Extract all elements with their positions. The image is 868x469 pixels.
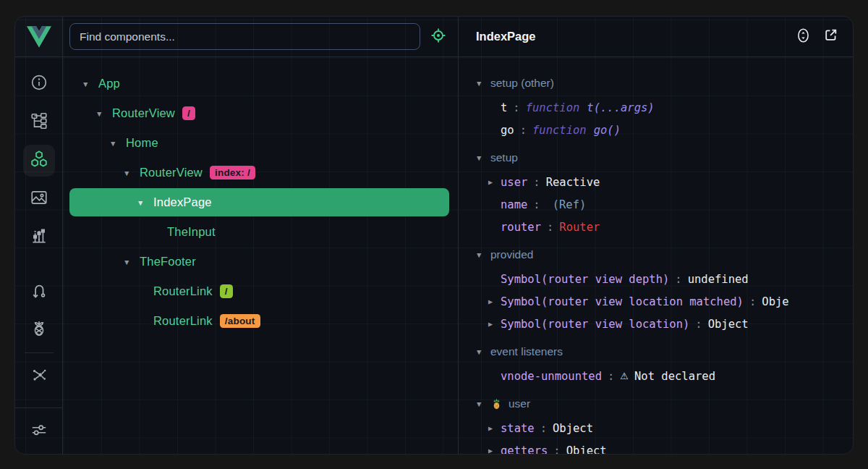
section-label: user xyxy=(509,397,530,410)
sidebar xyxy=(15,17,63,454)
state-key: t xyxy=(501,101,507,114)
chevron-right-icon[interactable]: ▶ xyxy=(488,424,501,432)
expand-all-button[interactable] xyxy=(795,29,811,45)
components-icon xyxy=(29,149,49,172)
section-header[interactable]: ▼ event listeners xyxy=(475,339,853,365)
tree-row-routerview[interactable]: ▼ RouterView / xyxy=(63,98,458,128)
section-header[interactable]: ▼ provided xyxy=(475,242,853,268)
sidebar-item-graph[interactable] xyxy=(25,362,54,391)
section-label: provided xyxy=(490,248,533,261)
vue-logo[interactable] xyxy=(15,17,62,57)
state-row[interactable]: go : function go() xyxy=(475,119,853,141)
tree-row-home[interactable]: ▼ Home xyxy=(63,128,458,158)
state-row[interactable]: vnode-unmounted : ⚠ Not declared xyxy=(475,365,853,387)
tree-row-indexpage-selected[interactable]: ▼ IndexPage xyxy=(69,188,449,216)
chevron-down-icon[interactable]: ▼ xyxy=(475,79,490,88)
chevron-down-icon[interactable]: ▼ xyxy=(475,153,490,162)
search-input[interactable] xyxy=(69,23,420,50)
function-signature: t(...args) xyxy=(587,101,654,114)
state-value: Object xyxy=(708,318,749,331)
sidebar-item-settings[interactable] xyxy=(15,407,62,454)
chevron-down-icon[interactable]: ▼ xyxy=(475,347,490,356)
sidebar-item-pinia[interactable] xyxy=(25,315,54,344)
image-icon xyxy=(30,188,48,210)
state-row[interactable]: ▶ state : Object xyxy=(475,417,853,439)
inspector-header: IndexPage xyxy=(459,17,853,57)
state-row[interactable]: name : (Ref) xyxy=(475,193,853,216)
settings-icon xyxy=(30,421,48,442)
chevron-down-icon[interactable]: ▼ xyxy=(95,109,112,118)
components-panel: ▼ App ▼ RouterView / ▼ Home ▼ RouterView… xyxy=(63,17,458,454)
pinia-pineapple-icon xyxy=(490,397,503,410)
select-component-button[interactable] xyxy=(428,27,448,47)
chevron-down-icon[interactable]: ▼ xyxy=(82,80,98,88)
sidebar-nav xyxy=(15,57,62,407)
state-tree: ▼ setup (other) t : function t(...args) … xyxy=(459,57,853,454)
component-name: Home xyxy=(126,136,158,150)
tree-row-routerlink-about[interactable]: RouterLink /about xyxy=(63,306,458,336)
devtools-window: ▼ App ▼ RouterView / ▼ Home ▼ RouterView… xyxy=(14,16,854,455)
section-event-listeners: ▼ event listeners vnode-unmounted : ⚠ No… xyxy=(475,339,853,387)
tree-row-routerview-index[interactable]: ▼ RouterView index: / xyxy=(63,158,458,187)
colon: : xyxy=(749,295,756,308)
sidebar-item-assets[interactable] xyxy=(25,185,54,214)
state-row[interactable]: Symbol(router view depth) : undefined xyxy=(475,268,853,290)
state-row[interactable]: ▶ getters : Object xyxy=(475,439,853,454)
warning-icon: ⚠ xyxy=(620,371,629,381)
state-key: vnode-unmounted xyxy=(501,370,602,383)
component-name: RouterLink xyxy=(153,314,213,328)
info-icon xyxy=(30,73,48,95)
component-name: RouterView xyxy=(112,106,175,120)
colon: : xyxy=(547,221,553,234)
sidebar-divider xyxy=(25,352,54,353)
chevron-down-icon[interactable]: ▼ xyxy=(475,400,490,408)
sidebar-item-components[interactable] xyxy=(23,145,55,177)
section-label: event listeners xyxy=(490,345,563,358)
section-setup: ▼ setup ▶ user : Reactive name : (Ref) xyxy=(475,145,853,238)
chevron-down-icon[interactable]: ▼ xyxy=(475,250,490,259)
chevron-down-icon[interactable]: ▼ xyxy=(123,169,140,177)
section-setup-other: ▼ setup (other) t : function t(...args) … xyxy=(475,70,853,141)
tree-row-theinput[interactable]: TheInput xyxy=(63,217,458,247)
state-row[interactable]: ▶ user : Reactive xyxy=(475,171,853,193)
open-in-editor-button[interactable] xyxy=(822,29,838,45)
section-header[interactable]: ▼ setup (other) xyxy=(475,70,853,96)
chevron-down-icon[interactable]: ▼ xyxy=(109,139,126,148)
sidebar-item-router[interactable] xyxy=(25,278,54,307)
chevron-right-icon[interactable]: ▶ xyxy=(488,297,501,305)
chevron-down-icon[interactable]: ▼ xyxy=(123,258,140,266)
colon: : xyxy=(513,101,519,114)
state-row[interactable]: t : function t(...args) xyxy=(475,96,853,119)
chevron-down-icon[interactable]: ▼ xyxy=(137,198,153,207)
state-key: user xyxy=(501,176,527,189)
tree-row-routerlink-home[interactable]: RouterLink / xyxy=(63,276,458,306)
colon: : xyxy=(608,370,614,383)
component-tree: ▼ App ▼ RouterView / ▼ Home ▼ RouterView… xyxy=(63,57,458,336)
sidebar-item-pages[interactable] xyxy=(25,108,54,137)
sidebar-item-timeline[interactable] xyxy=(25,223,54,252)
tree-row-app[interactable]: ▼ App xyxy=(63,69,458,98)
colon: : xyxy=(675,273,681,286)
state-row[interactable]: ▶ Symbol(router view location) : Object xyxy=(475,313,853,335)
section-label: setup (other) xyxy=(490,77,554,90)
state-row[interactable]: router : Router xyxy=(475,216,853,238)
chevron-right-icon[interactable]: ▶ xyxy=(488,178,501,186)
state-key: Symbol(router view depth) xyxy=(501,273,669,286)
colon: : xyxy=(540,422,547,435)
component-name: RouterLink xyxy=(153,284,213,298)
section-header[interactable]: ▼ user xyxy=(475,391,853,417)
sidebar-item-overview[interactable] xyxy=(25,69,54,98)
section-provided: ▼ provided Symbol(router view depth) : u… xyxy=(475,242,853,335)
colon: : xyxy=(553,444,560,455)
state-key: state xyxy=(501,422,535,435)
route-badge: /about xyxy=(220,314,260,328)
section-header[interactable]: ▼ setup xyxy=(475,145,853,171)
colon: : xyxy=(533,176,540,189)
chevron-right-icon[interactable]: ▶ xyxy=(488,320,501,328)
chevron-right-icon[interactable]: ▶ xyxy=(488,447,501,454)
state-row[interactable]: ▶ Symbol(router view location matched) :… xyxy=(475,290,853,313)
state-value: Reactive xyxy=(546,176,600,189)
section-label: setup xyxy=(490,151,518,164)
tree-row-thefooter[interactable]: ▼ TheFooter xyxy=(63,247,458,276)
state-value: Not declared xyxy=(634,370,715,383)
